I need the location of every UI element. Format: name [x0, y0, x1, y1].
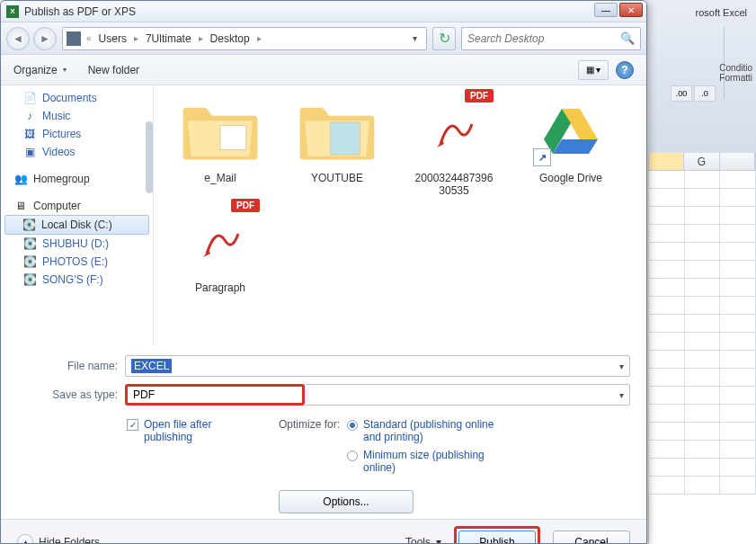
- cancel-button[interactable]: Cancel: [553, 531, 630, 545]
- filename-input[interactable]: EXCEL ▾: [125, 355, 630, 377]
- optimize-minimum-radio[interactable]: Minimum size (publishing online): [347, 449, 507, 474]
- file-item-paragraph[interactable]: PDF Paragraph: [165, 202, 276, 294]
- file-item-youtube[interactable]: YOUTUBE: [281, 93, 393, 197]
- sidebar-item-homegroup[interactable]: 👥Homegroup: [1, 170, 153, 188]
- savetype-combo[interactable]: PDF: [125, 384, 305, 406]
- hide-folders-button[interactable]: ▴ Hide Folders: [17, 534, 100, 545]
- sidebar-item-local-disk-c[interactable]: 💽Local Disk (C:): [4, 215, 149, 235]
- sidebar-item-documents[interactable]: 📄Documents: [1, 89, 153, 107]
- sidebar-item-computer[interactable]: 🖥Computer: [1, 197, 153, 215]
- breadcrumb[interactable]: « Users ▸ 7Ultimate ▸ Desktop ▸ ▾: [62, 27, 427, 50]
- publish-dialog: X Publish as PDF or XPS — ✕ ◄ ► « Users …: [0, 0, 647, 544]
- file-item-google-drive[interactable]: ↗ Google Drive: [515, 93, 627, 197]
- checkbox-icon: ✓: [127, 419, 138, 431]
- publish-button[interactable]: Publish: [458, 531, 536, 545]
- drive-icon: 💽: [22, 237, 37, 250]
- excel-grid: G: [648, 153, 756, 495]
- folder-icon: [67, 31, 81, 46]
- chevron-right-icon[interactable]: ▸: [255, 33, 263, 43]
- organize-menu[interactable]: Organize: [13, 64, 67, 76]
- pdf-icon: [431, 108, 476, 153]
- pdf-icon: [198, 218, 243, 263]
- excel-icon: X: [6, 5, 19, 18]
- file-label: Paragraph: [165, 281, 276, 294]
- decrease-decimal-button[interactable]: .0: [694, 85, 716, 102]
- close-button[interactable]: ✕: [619, 3, 643, 17]
- collapse-icon: ▴: [17, 534, 33, 545]
- sidebar-item-music[interactable]: ♪Music: [1, 107, 153, 125]
- chevron-down-icon[interactable]: ▾: [619, 361, 624, 371]
- savetype-extend[interactable]: ▾: [305, 384, 630, 406]
- search-icon[interactable]: 🔍: [620, 31, 635, 45]
- options-button[interactable]: Options...: [279, 490, 414, 513]
- file-item-email[interactable]: e_Mail: [165, 93, 276, 197]
- toolbar: Organize New folder ▦ ▾ ?: [1, 55, 646, 85]
- view-mode-button[interactable]: ▦ ▾: [578, 60, 609, 80]
- column-header-h[interactable]: [720, 153, 755, 170]
- options-area: ✓ Open file after publishing Optimize fo…: [1, 418, 646, 519]
- navigation-bar: ◄ ► « Users ▸ 7Ultimate ▸ Desktop ▸ ▾ ↻ …: [1, 22, 646, 55]
- drive-icon: 💽: [22, 273, 37, 286]
- sidebar-item-photos-e[interactable]: 💽PHOTOS (E:): [1, 253, 153, 271]
- filename-label: File name:: [17, 360, 125, 372]
- new-folder-button[interactable]: New folder: [88, 64, 139, 76]
- radio-icon: [347, 420, 358, 431]
- chevron-right-icon[interactable]: «: [84, 33, 93, 43]
- optimize-label: Optimize for:: [279, 418, 340, 479]
- sidebar-item-songs-f[interactable]: 💽SONG'S (F:): [1, 271, 153, 289]
- file-list-area[interactable]: e_Mail YOUTUBE PDF 2000324487396 30535: [154, 85, 646, 346]
- drive-icon: 💽: [22, 255, 37, 268]
- chevron-down-icon: ▾: [436, 536, 441, 545]
- breadcrumb-dropdown[interactable]: ▾: [407, 33, 422, 43]
- savetype-value: PDF: [133, 388, 155, 401]
- navigation-sidebar: 📄Documents ♪Music 🖼Pictures ▣Videos 👥Hom…: [1, 85, 154, 346]
- form-area: File name: EXCEL ▾ Save as type: PDF ▾: [1, 346, 646, 418]
- excel-ribbon: rosoft Excel .00 .0 Conditio Formatti: [648, 0, 756, 153]
- excel-background: rosoft Excel .00 .0 Conditio Formatti G: [648, 0, 756, 544]
- drive-icon: 💽: [22, 218, 36, 231]
- file-item-pdf-number[interactable]: PDF 2000324487396 30535: [398, 93, 510, 197]
- tools-menu[interactable]: Tools ▾: [405, 536, 441, 545]
- refresh-button[interactable]: ↻: [432, 27, 456, 50]
- publish-highlight: Publish: [454, 526, 540, 545]
- sidebar-item-shubhu-d[interactable]: 💽SHUBHU (D:): [1, 235, 153, 253]
- chevron-right-icon[interactable]: ▸: [197, 33, 205, 43]
- file-label: Google Drive: [515, 172, 627, 184]
- music-icon: ♪: [22, 110, 37, 122]
- file-label: e_Mail: [165, 172, 276, 184]
- forward-button[interactable]: ►: [33, 27, 57, 50]
- svg-rect-1: [331, 122, 360, 155]
- sidebar-item-videos[interactable]: ▣Videos: [1, 143, 153, 161]
- increase-decimal-button[interactable]: .00: [671, 85, 692, 102]
- svg-rect-0: [220, 126, 246, 150]
- documents-icon: 📄: [22, 92, 37, 104]
- titlebar[interactable]: X Publish as PDF or XPS — ✕: [1, 1, 646, 22]
- breadcrumb-desktop[interactable]: Desktop: [205, 32, 255, 45]
- chevron-down-icon[interactable]: ▾: [619, 390, 624, 400]
- help-button[interactable]: ?: [616, 61, 634, 79]
- pdf-badge: PDF: [465, 89, 494, 103]
- search-input[interactable]: [467, 32, 620, 45]
- pictures-icon: 🖼: [22, 128, 37, 140]
- open-after-checkbox[interactable]: ✓ Open file after publishing: [127, 418, 243, 443]
- optimize-standard-radio[interactable]: Standard (publishing online and printing…: [347, 418, 507, 443]
- sidebar-item-pictures[interactable]: 🖼Pictures: [1, 125, 153, 143]
- search-box[interactable]: 🔍: [461, 27, 641, 50]
- ribbon-group-conditional[interactable]: Conditio Formatti: [719, 63, 752, 83]
- column-header-g[interactable]: G: [684, 153, 719, 170]
- filename-value: EXCEL: [131, 359, 172, 373]
- breadcrumb-7ultimate[interactable]: 7Ultimate: [140, 32, 197, 45]
- chevron-right-icon[interactable]: ▸: [132, 33, 140, 43]
- dialog-title: Publish as PDF or XPS: [24, 5, 136, 18]
- pdf-badge: PDF: [231, 199, 260, 212]
- back-button[interactable]: ◄: [6, 27, 30, 50]
- videos-icon: ▣: [22, 146, 37, 158]
- computer-icon: 🖥: [13, 200, 28, 212]
- breadcrumb-users[interactable]: Users: [93, 32, 132, 45]
- column-header-row: G: [648, 153, 756, 171]
- minimize-button[interactable]: —: [594, 3, 618, 17]
- column-header-f[interactable]: [649, 153, 684, 170]
- sidebar-scrollbar[interactable]: [146, 121, 153, 193]
- folder-icon: [297, 97, 378, 164]
- file-label: 2000324487396 30535: [398, 172, 510, 197]
